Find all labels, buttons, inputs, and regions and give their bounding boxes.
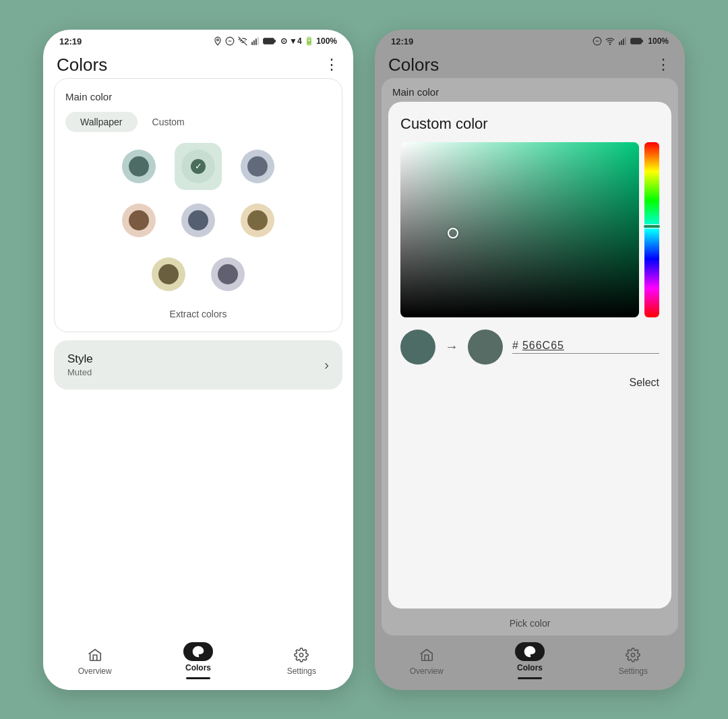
wifi-icon xyxy=(237,36,248,46)
nav-icon-palette-right xyxy=(515,642,545,661)
svg-rect-5 xyxy=(255,39,257,45)
extract-colors-label[interactable]: Extract colors xyxy=(65,303,331,319)
bottom-nav-right: Overview Colors Settings xyxy=(375,635,685,690)
nav-icon-home-right xyxy=(412,646,442,664)
tab-wallpaper[interactable]: Wallpaper xyxy=(65,112,138,132)
status-icons-right: 100% xyxy=(593,36,669,46)
style-sub: Muted xyxy=(67,367,93,377)
swatches-row-1: ✓ xyxy=(115,143,281,190)
nav-label-settings-right: Settings xyxy=(619,666,648,676)
custom-color-card: Custom color → xyxy=(388,102,671,608)
status-bar-right: 12:19 100% xyxy=(375,30,685,49)
swatch-6[interactable] xyxy=(234,197,281,244)
nav-label-settings-left: Settings xyxy=(287,666,316,676)
svg-rect-19 xyxy=(625,37,626,45)
swatch-5[interactable] xyxy=(175,197,222,244)
nav-item-settings-right[interactable]: Settings xyxy=(606,646,660,676)
arrow-right-icon: → xyxy=(445,339,458,354)
chevron-right-icon: › xyxy=(324,357,329,373)
style-card[interactable]: Style Muted › xyxy=(54,340,342,389)
main-color-title: Main color xyxy=(65,91,331,102)
swatch-4[interactable] xyxy=(115,197,162,244)
do-not-disturb-icon-right xyxy=(593,36,602,46)
bottom-nav-left: Overview Colors Settings xyxy=(43,635,353,690)
svg-point-15 xyxy=(610,44,611,44)
nav-label-colors-left: Colors xyxy=(185,663,211,673)
nav-item-colors-right[interactable]: Colors xyxy=(503,642,557,679)
swatch-7[interactable] xyxy=(145,251,192,298)
svg-rect-7 xyxy=(263,38,274,44)
left-phone: 12:19 ⊙ ▼4 🔋 100% Colors ⋮ Main color xyxy=(43,30,353,690)
select-button[interactable]: Select xyxy=(400,374,659,392)
three-dot-left[interactable]: ⋮ xyxy=(324,56,340,73)
status-bar-left: 12:19 ⊙ ▼4 🔋 100% xyxy=(43,30,353,49)
tab-custom[interactable]: Custom xyxy=(138,112,200,132)
swatch-8[interactable] xyxy=(204,251,251,298)
nav-indicator-left xyxy=(186,677,210,679)
nav-icon-gear-right xyxy=(618,646,648,664)
phone-content-left: Main color Wallpaper Custom xyxy=(43,78,353,635)
svg-rect-8 xyxy=(274,40,276,42)
main-color-label-right: Main color xyxy=(382,78,678,102)
nav-icon-home-left xyxy=(80,646,110,664)
nav-indicator-right xyxy=(518,677,542,679)
svg-rect-16 xyxy=(619,42,620,45)
right-inner-panel: Main color Custom color xyxy=(382,78,678,635)
svg-rect-6 xyxy=(257,37,259,45)
three-dot-right[interactable]: ⋮ xyxy=(656,56,671,73)
hex-value[interactable]: 566C65 xyxy=(522,340,564,352)
hex-hash: # xyxy=(512,340,518,352)
app-title-left: Colors xyxy=(57,55,107,75)
picker-title: Custom color xyxy=(400,115,659,133)
color-tabs: Wallpaper Custom xyxy=(65,112,331,132)
style-label: Style xyxy=(67,352,93,366)
svg-rect-21 xyxy=(642,40,643,42)
right-phone: 12:19 100% Colors ⋮ Main color Custom co… xyxy=(375,30,685,690)
phones-container: 12:19 ⊙ ▼4 🔋 100% Colors ⋮ Main color xyxy=(30,16,698,704)
do-not-disturb-icon xyxy=(225,36,235,46)
style-text: Style Muted xyxy=(67,352,93,377)
svg-point-0 xyxy=(216,39,218,41)
color-gradient[interactable] xyxy=(400,142,639,317)
swatch-check-icon: ✓ xyxy=(191,159,206,174)
signal-icon-right xyxy=(618,36,628,46)
svg-rect-3 xyxy=(251,42,253,45)
svg-rect-4 xyxy=(253,40,255,45)
gear-icon-right xyxy=(626,648,640,662)
svg-rect-18 xyxy=(623,39,624,45)
nav-item-colors-left[interactable]: Colors xyxy=(171,642,225,679)
gradient-bg xyxy=(400,142,639,317)
app-title-right: Colors xyxy=(388,55,439,75)
gradient-area[interactable] xyxy=(400,142,659,317)
battery-percent-left: ⊙ ▼4 🔋 100% xyxy=(280,36,337,46)
swatches-row-2 xyxy=(115,197,281,244)
pick-color-label: Pick color xyxy=(382,613,678,635)
signal-icon xyxy=(251,36,260,46)
hex-input-row[interactable]: # 566C65 xyxy=(512,340,659,354)
app-bar-right: Colors ⋮ xyxy=(375,49,685,78)
swatch-2-selected[interactable]: ✓ xyxy=(175,143,222,190)
status-icons-left: ⊙ ▼4 🔋 100% xyxy=(213,36,337,46)
location-icon xyxy=(213,36,222,46)
nav-label-overview-right: Overview xyxy=(410,666,444,676)
svg-point-25 xyxy=(632,653,636,657)
gradient-cursor xyxy=(448,228,458,239)
palette-icon-right xyxy=(522,644,537,659)
nav-item-overview-right[interactable]: Overview xyxy=(400,646,454,676)
wifi-icon-right xyxy=(605,36,615,46)
battery-percent-right: 100% xyxy=(648,36,669,46)
swatch-1[interactable] xyxy=(115,143,162,190)
svg-rect-17 xyxy=(621,40,622,45)
battery-icon xyxy=(263,37,276,45)
swatches-row-3 xyxy=(145,251,251,298)
nav-icon-gear-left xyxy=(286,646,316,664)
nav-item-settings-left[interactable]: Settings xyxy=(274,646,328,676)
battery-icon-right xyxy=(630,37,644,45)
nav-icon-palette-left xyxy=(183,642,213,661)
nav-label-overview-left: Overview xyxy=(78,666,112,676)
hue-bar[interactable] xyxy=(644,142,659,317)
swatch-3[interactable] xyxy=(234,143,281,190)
nav-item-overview-left[interactable]: Overview xyxy=(68,646,122,676)
preview-circle-before xyxy=(400,330,435,365)
home-icon-right xyxy=(419,648,434,662)
